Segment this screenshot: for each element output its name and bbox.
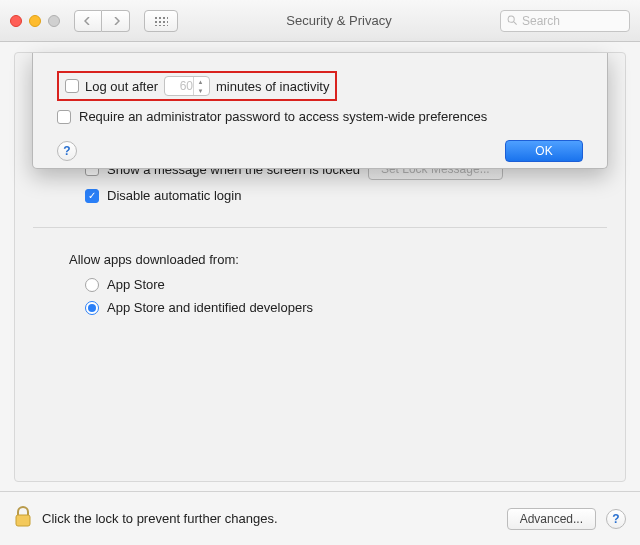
logout-minutes-field[interactable] bbox=[165, 79, 193, 93]
allow-identified-label: App Store and identified developers bbox=[107, 300, 313, 315]
svg-rect-2 bbox=[16, 515, 30, 526]
grid-icon bbox=[154, 16, 168, 26]
search-input[interactable]: Search bbox=[500, 10, 630, 32]
forward-button[interactable] bbox=[102, 10, 130, 32]
advanced-sheet: Log out after ▲▼ minutes of inactivity R… bbox=[32, 53, 608, 169]
allow-header: Allow apps downloaded from: bbox=[15, 252, 625, 267]
logout-label-suffix: minutes of inactivity bbox=[216, 79, 329, 94]
back-button[interactable] bbox=[74, 10, 102, 32]
minimize-icon[interactable] bbox=[29, 15, 41, 27]
logout-label-prefix: Log out after bbox=[85, 79, 158, 94]
lock-icon[interactable] bbox=[14, 506, 32, 531]
window-controls bbox=[10, 15, 60, 27]
help-button[interactable]: ? bbox=[57, 141, 77, 161]
nav-buttons bbox=[74, 10, 130, 32]
window-toolbar: Security & Privacy Search bbox=[0, 0, 640, 42]
lock-text: Click the lock to prevent further change… bbox=[42, 511, 278, 526]
allow-appstore-label: App Store bbox=[107, 277, 165, 292]
logout-checkbox[interactable] bbox=[65, 79, 79, 93]
svg-point-0 bbox=[508, 16, 514, 22]
prefpane: Log out after ▲▼ minutes of inactivity R… bbox=[14, 52, 626, 482]
search-icon bbox=[507, 15, 518, 26]
chevron-left-icon bbox=[84, 17, 92, 25]
allow-appstore-radio[interactable] bbox=[85, 278, 99, 292]
logout-row-highlight: Log out after ▲▼ minutes of inactivity bbox=[57, 71, 337, 101]
window-title: Security & Privacy bbox=[186, 13, 492, 28]
advanced-button[interactable]: Advanced... bbox=[507, 508, 596, 530]
divider bbox=[33, 227, 607, 228]
ok-button[interactable]: OK bbox=[505, 140, 583, 162]
fullscreen-icon bbox=[48, 15, 60, 27]
svg-line-1 bbox=[514, 22, 517, 25]
chevron-right-icon bbox=[112, 17, 120, 25]
close-icon[interactable] bbox=[10, 15, 22, 27]
footer-bar: Click the lock to prevent further change… bbox=[0, 491, 640, 545]
search-placeholder: Search bbox=[522, 14, 560, 28]
admin-password-checkbox[interactable] bbox=[57, 110, 71, 124]
logout-minutes-stepper[interactable]: ▲▼ bbox=[164, 76, 210, 96]
footer-help-button[interactable]: ? bbox=[606, 509, 626, 529]
disable-auto-login-label: Disable automatic login bbox=[107, 188, 241, 203]
disable-auto-login-checkbox[interactable] bbox=[85, 189, 99, 203]
show-all-button[interactable] bbox=[144, 10, 178, 32]
stepper-buttons[interactable]: ▲▼ bbox=[193, 77, 207, 95]
allow-identified-radio[interactable] bbox=[85, 301, 99, 315]
admin-password-label: Require an administrator password to acc… bbox=[79, 109, 487, 124]
